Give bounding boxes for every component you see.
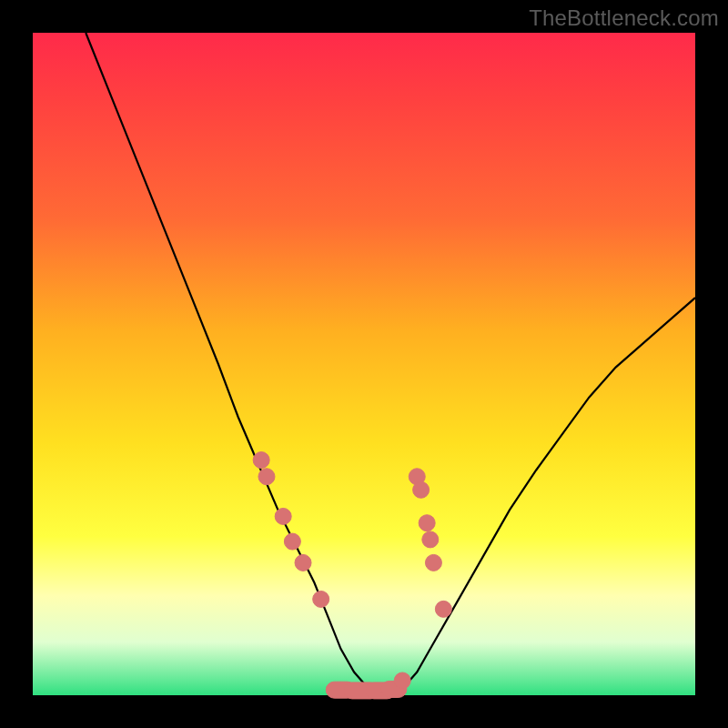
- curve-marker-dot: [258, 469, 275, 485]
- curve-marker-dot: [419, 515, 435, 531]
- chart-svg: [33, 33, 695, 695]
- curve-marker-dot: [413, 481, 430, 498]
- curve-marker-dot: [275, 508, 291, 524]
- watermark-label: TheBottleneck.com: [529, 5, 719, 31]
- curve-marker-dot: [422, 531, 439, 548]
- bottleneck-curve: [86, 33, 695, 692]
- curve-marker-dot: [435, 601, 451, 617]
- curve-marker-dot: [253, 452, 269, 469]
- curve-marker-dot: [425, 554, 441, 571]
- curve-marker-dot: [313, 591, 329, 607]
- curve-marker-dot: [284, 533, 300, 550]
- curve-marker-dot: [295, 554, 311, 571]
- curve-marker-dot: [394, 672, 410, 689]
- plot-area: [33, 33, 695, 695]
- chart-frame: TheBottleneck.com: [0, 0, 728, 728]
